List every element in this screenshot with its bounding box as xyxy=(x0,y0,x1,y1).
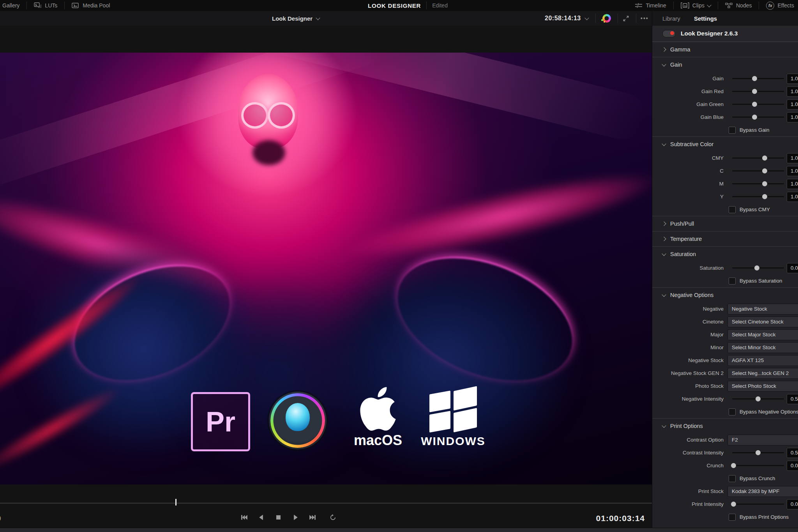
gain-green-slider[interactable] xyxy=(729,98,784,111)
print-intensity-value[interactable]: 0.0 xyxy=(787,499,798,509)
last-frame-button[interactable] xyxy=(308,513,317,521)
bypass-negative-options-checkbox[interactable] xyxy=(729,408,736,415)
section-header-push-pull[interactable]: Push/Pull xyxy=(652,216,798,231)
clip-selector[interactable]: Look Designer xyxy=(272,11,320,26)
slider-thumb[interactable] xyxy=(762,168,767,173)
play-button[interactable] xyxy=(291,513,300,521)
crunch-slider[interactable] xyxy=(729,459,784,472)
contrast-intensity-slider[interactable] xyxy=(729,446,784,459)
negative-dropdown[interactable]: Negative Stock xyxy=(727,304,798,315)
cmy-slider[interactable] xyxy=(729,152,784,164)
slider-thumb[interactable] xyxy=(756,450,761,455)
section-header-gain[interactable]: Gain xyxy=(652,57,798,72)
section-header-saturation[interactable]: Saturation xyxy=(652,246,798,262)
media-pool-button[interactable]: Media Pool xyxy=(65,0,117,11)
luts-button[interactable]: LUTs xyxy=(27,0,64,11)
gallery-button[interactable]: Gallery xyxy=(0,0,26,11)
effects-button[interactable]: fx Effects xyxy=(759,0,798,11)
c-value[interactable]: 1.0 xyxy=(787,166,798,176)
major-dropdown[interactable]: Select Major Stock xyxy=(727,329,798,340)
bypass-saturation-checkbox[interactable] xyxy=(729,277,736,285)
slider-thumb[interactable] xyxy=(754,265,759,270)
cmy-value[interactable]: 1.0 xyxy=(787,153,798,163)
gain-slider[interactable] xyxy=(729,72,784,85)
page-title: LOOK DESIGNER xyxy=(368,2,421,9)
bypass-gain-checkbox[interactable] xyxy=(729,127,736,134)
y-slider[interactable] xyxy=(729,190,784,203)
chevron-right-icon xyxy=(662,237,666,241)
bypass-crunch-checkbox[interactable] xyxy=(729,475,736,482)
viewer-area[interactable]: Pr macOS WINDOWS 0 xyxy=(0,26,652,528)
windows-logo: WINDOWS xyxy=(420,389,486,453)
negative-stock-label: Negative Stock xyxy=(652,354,724,367)
gain-value[interactable]: 1.0 xyxy=(787,74,798,84)
playhead-marker[interactable] xyxy=(175,499,177,505)
loop-button[interactable] xyxy=(328,513,337,521)
contrast-option-dropdown[interactable]: F2 xyxy=(727,435,798,445)
bypass-cmy-checkbox[interactable] xyxy=(729,206,736,213)
negative-stock-dropdown[interactable]: AGFA XT 125 xyxy=(727,355,798,366)
luts-label: LUTs xyxy=(45,2,57,9)
cinetone-dropdown[interactable]: Select Cinetone Stock xyxy=(727,316,798,327)
tab-library[interactable]: Library xyxy=(662,11,680,26)
chevron-down-icon xyxy=(662,141,666,146)
slider-thumb[interactable] xyxy=(752,76,757,81)
section-header-negative-options[interactable]: Negative Options xyxy=(652,287,798,302)
viewer-options-menu[interactable]: ••• xyxy=(641,11,649,26)
slider-thumb[interactable] xyxy=(731,463,736,468)
print-intensity-slider[interactable] xyxy=(729,498,784,511)
slider-thumb[interactable] xyxy=(762,194,767,199)
nodes-button[interactable]: Nodes xyxy=(718,0,759,11)
timeline-button[interactable]: Timeline xyxy=(628,0,673,11)
y-value[interactable]: 1.0 xyxy=(787,192,798,202)
slider-thumb[interactable] xyxy=(752,102,757,107)
print-stock-dropdown[interactable]: Kodak 2383 by MPF xyxy=(727,486,798,497)
gain-red-value[interactable]: 1.0 xyxy=(787,87,798,97)
gain-label: Gain xyxy=(652,72,724,85)
minor-dropdown[interactable]: Select Minor Stock xyxy=(727,342,798,353)
first-frame-button[interactable] xyxy=(240,513,248,521)
m-value[interactable]: 1.0 xyxy=(787,179,798,189)
slider-thumb[interactable] xyxy=(731,502,736,507)
saturation-slider[interactable] xyxy=(729,262,784,274)
negative-stock-gen-2-dropdown[interactable]: Select Neg...tock GEN 2 xyxy=(727,368,798,379)
divider xyxy=(426,2,427,9)
plugin-enable-toggle[interactable] xyxy=(662,30,676,37)
play-reverse-button[interactable] xyxy=(257,513,265,521)
slider-thumb[interactable] xyxy=(756,396,761,401)
media-pool-icon xyxy=(72,2,79,9)
chevron-down-icon xyxy=(662,251,666,256)
gain-blue-slider[interactable] xyxy=(729,111,784,124)
section-header-print-options[interactable]: Print Options xyxy=(652,418,798,433)
timecode-mode-dropdown[interactable] xyxy=(585,11,588,26)
macos-logo: macOS xyxy=(353,387,403,453)
expand-viewer-button[interactable] xyxy=(623,11,629,26)
slider-thumb[interactable] xyxy=(762,181,767,186)
gain-red-slider[interactable] xyxy=(729,85,784,98)
contrast-intensity-value[interactable]: 0.5 xyxy=(787,448,798,458)
slider-thumb[interactable] xyxy=(762,156,767,161)
viewer-timecode: 20:58:14:13 xyxy=(545,11,581,26)
c-slider[interactable] xyxy=(729,164,784,177)
section-header-subtractive-color[interactable]: Subtractive Color xyxy=(652,136,798,152)
stop-button[interactable] xyxy=(274,513,282,521)
photo-stock-dropdown[interactable]: Select Photo Stock xyxy=(727,381,798,392)
gain-blue-value[interactable]: 1.0 xyxy=(787,112,798,122)
gain-green-value[interactable]: 1.0 xyxy=(787,99,798,110)
tab-settings[interactable]: Settings xyxy=(694,11,717,26)
clips-button[interactable]: Clips xyxy=(674,0,718,11)
slider-thumb[interactable] xyxy=(752,89,757,94)
y-label: Y xyxy=(652,190,724,203)
saturation-value[interactable]: 0.0 xyxy=(787,263,798,273)
panel-sections: GammaGainGain1.0Gain Red1.0Gain Green1.0… xyxy=(652,42,798,523)
section-header-temperature[interactable]: Temperature xyxy=(652,231,798,246)
bypass-print-options-checkbox[interactable] xyxy=(729,514,736,521)
section-header-gamma[interactable]: Gamma xyxy=(652,42,798,57)
m-slider[interactable] xyxy=(729,177,784,190)
negative-intensity-value[interactable]: 0.5 xyxy=(787,394,798,404)
crunch-value[interactable]: 0.0 xyxy=(787,461,798,471)
color-boost-button[interactable] xyxy=(601,11,611,26)
slider-thumb[interactable] xyxy=(752,115,757,120)
timeline-scrubber[interactable] xyxy=(0,503,652,504)
negative-intensity-slider[interactable] xyxy=(729,392,784,405)
